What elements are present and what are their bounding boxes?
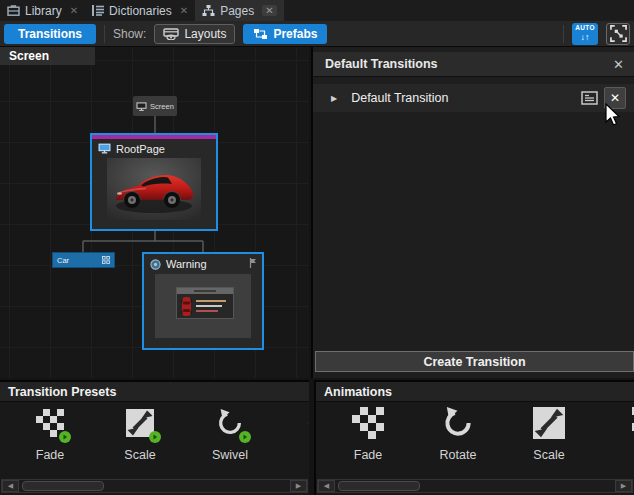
scroll-thumb[interactable]	[22, 481, 104, 491]
warning-text-line	[196, 310, 218, 312]
warning-node-label: Warning	[166, 258, 207, 270]
canvas-screen-tab-label: Screen	[9, 49, 49, 63]
animation-scale[interactable]: Scale	[507, 406, 591, 474]
preset-fade[interactable]: Fade	[8, 406, 92, 474]
default-transitions-close-icon[interactable]: ✕	[613, 57, 624, 72]
car-node-label: Car	[57, 256, 69, 265]
pages-editor-window: Library ✕ Dictionaries ✕ Pages ✕ Transit…	[0, 0, 634, 495]
transition-presets-title: Transition Presets	[8, 385, 116, 399]
default-transition-row[interactable]: ▶ Default Transition ✕	[313, 84, 634, 112]
rootpage-page-icon	[98, 143, 111, 154]
tab-pages[interactable]: Pages ✕	[195, 0, 283, 21]
transition-presets-panel: Transition Presets Fade Scale Swivel	[0, 380, 309, 495]
default-transition-row-actions: ✕	[579, 87, 626, 109]
dictionaries-icon	[92, 5, 104, 16]
preset-play-badge	[239, 431, 251, 443]
create-transition-label: Create Transition	[423, 355, 525, 369]
animations-title: Animations	[324, 385, 392, 399]
partial-animation-icon	[624, 407, 634, 439]
screen-node[interactable]: Screen	[133, 96, 177, 116]
animation-rotate[interactable]: Rotate	[416, 406, 500, 474]
tab-pages-label: Pages	[220, 4, 254, 18]
default-transition-label: Default Transition	[351, 91, 448, 105]
preset-scale-label: Scale	[124, 448, 155, 462]
scroll-thumb[interactable]	[338, 481, 420, 491]
screen-node-monitor-icon	[136, 102, 147, 111]
warning-thumbnail	[155, 274, 251, 338]
rootpage-node-header: RootPage	[92, 139, 216, 158]
delete-transition-icon: ✕	[610, 91, 620, 105]
fade-checkerboard-icon	[352, 407, 384, 439]
auto-button-arrows: ↓↑	[581, 33, 590, 42]
layouts-toggle-button[interactable]: Layouts	[154, 24, 235, 44]
animation-fade[interactable]: Fade	[326, 406, 410, 474]
default-transitions-title: Default Transitions	[325, 57, 438, 71]
rootpage-node[interactable]: RootPage	[90, 133, 218, 231]
rootpage-thumbnail	[107, 158, 201, 220]
rootpage-car-image	[107, 158, 201, 220]
create-transition-button[interactable]: Create Transition	[315, 351, 634, 372]
animations-panel: Animations Fade Rotate Scale	[314, 380, 634, 495]
transition-presets-header: Transition Presets	[0, 380, 309, 402]
auto-arrange-button[interactable]: AUTO ↓↑	[572, 23, 598, 45]
tab-dictionaries-close-icon[interactable]: ✕	[180, 5, 188, 16]
default-transitions-panel: Default Transitions ✕ ▶ Default Transiti…	[311, 47, 634, 378]
toolbar-separator-right	[563, 25, 564, 43]
animation-partial[interactable]: P	[598, 406, 634, 474]
prefabs-toggle-button[interactable]: Prefabs	[243, 24, 327, 44]
toolbar-separator	[104, 25, 105, 43]
car-node-grid-icon	[102, 256, 110, 264]
animations-header: Animations	[316, 380, 634, 402]
tab-dictionaries-label: Dictionaries	[109, 4, 172, 18]
scale-icon	[533, 407, 565, 439]
delete-transition-button[interactable]: ✕	[604, 87, 626, 109]
library-icon	[7, 5, 20, 16]
scroll-left-button[interactable]: ◀	[2, 480, 19, 492]
scroll-left-button[interactable]: ◀	[318, 480, 335, 492]
preset-play-badge	[149, 431, 161, 443]
document-tab-bar: Library ✕ Dictionaries ✕ Pages ✕	[0, 0, 634, 21]
warning-mini-dialog	[176, 287, 234, 319]
edit-transition-button[interactable]	[579, 88, 599, 108]
preset-swivel-label: Swivel	[212, 448, 248, 462]
show-label: Show:	[113, 27, 146, 41]
pages-icon	[202, 5, 215, 16]
warning-node-header: Warning	[144, 254, 262, 274]
warning-node[interactable]: Warning	[142, 252, 264, 350]
tab-dictionaries[interactable]: Dictionaries ✕	[85, 0, 195, 21]
fit-to-view-button[interactable]	[606, 23, 630, 45]
screen-node-canvas[interactable]: Screen RootPage	[0, 47, 309, 378]
transitions-button[interactable]: Transitions	[4, 24, 96, 44]
default-transitions-header: Default Transitions ✕	[313, 52, 634, 77]
expand-arrow-icon[interactable]: ▶	[331, 94, 337, 103]
edit-transition-icon	[581, 91, 598, 105]
partial-preset-icon	[305, 408, 309, 438]
canvas-screen-tab[interactable]: Screen	[0, 47, 95, 65]
preset-play-badge	[59, 431, 71, 443]
layouts-button-label: Layouts	[184, 27, 226, 41]
preset-scale[interactable]: Scale	[98, 406, 182, 474]
tab-library-close-icon[interactable]: ✕	[70, 5, 78, 16]
warning-mini-car-topview	[181, 296, 192, 317]
scroll-right-button[interactable]: ▶	[615, 480, 632, 492]
warning-text-line	[196, 300, 226, 302]
preset-swivel[interactable]: Swivel	[188, 406, 272, 474]
warning-state-icon	[150, 259, 161, 270]
preset-fade-label: Fade	[36, 448, 65, 462]
animation-rotate-label: Rotate	[440, 448, 477, 462]
animation-fade-label: Fade	[354, 448, 383, 462]
tab-pages-close-icon[interactable]: ✕	[262, 5, 276, 16]
animations-scrollbar[interactable]: ◀ ▶	[317, 479, 633, 493]
car-node[interactable]: Car	[52, 252, 115, 268]
tab-library-label: Library	[25, 4, 62, 18]
presets-scrollbar[interactable]: ◀ ▶	[1, 479, 308, 493]
warning-text-line	[196, 305, 222, 307]
scroll-right-button[interactable]: ▶	[290, 480, 307, 492]
prefabs-icon	[253, 28, 268, 40]
fit-to-view-icon	[610, 25, 627, 42]
rootpage-node-label: RootPage	[116, 143, 165, 155]
preset-partial[interactable]: R	[278, 406, 309, 474]
tab-library[interactable]: Library ✕	[0, 0, 85, 21]
screen-node-label: Screen	[150, 102, 174, 111]
rotate-icon	[441, 406, 475, 440]
